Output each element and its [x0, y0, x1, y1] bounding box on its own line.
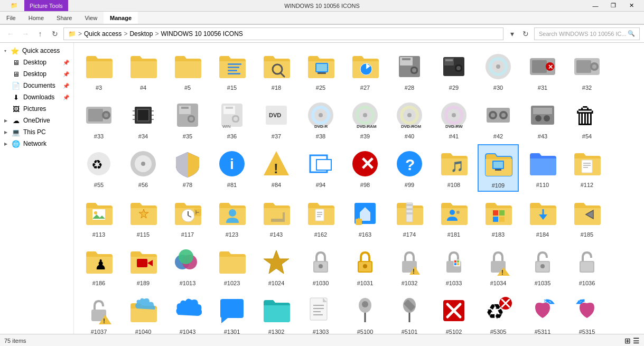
icon-item[interactable]: #1031 [344, 242, 386, 289]
icon-item[interactable]: DVD#37 [256, 96, 297, 142]
icon-item[interactable]: #110 [522, 144, 563, 192]
icon-item[interactable]: !#1034 [478, 242, 519, 289]
icon-item[interactable]: #28 [389, 47, 430, 93]
search-icon[interactable]: 🔍 [628, 30, 635, 37]
ribbon-tab-view[interactable]: View [78, 12, 104, 24]
icon-item[interactable]: #29 [433, 47, 474, 93]
path-folder[interactable]: WINDOWS 10 10056 ICONS [161, 30, 242, 38]
icon-item[interactable]: #1033 [433, 242, 474, 289]
icon-item[interactable]: #33 [78, 96, 119, 142]
icon-item[interactable]: DVD-RW#41 [433, 96, 474, 142]
icon-item[interactable]: DVD-RAM#39 [344, 96, 386, 142]
icon-item[interactable]: #4 [123, 47, 164, 93]
icon-item[interactable]: #5100 [344, 291, 386, 334]
icon-item[interactable]: 🗑#54 [566, 96, 608, 142]
ribbon-tab-share[interactable]: Share [50, 12, 78, 24]
icon-item[interactable]: !#1037 [78, 291, 119, 334]
icon-item[interactable]: ✕#98 [344, 144, 386, 192]
sidebar-quickaccess[interactable]: ▾ ⭐ Quick access [0, 45, 73, 57]
icon-item[interactable]: #78 [167, 144, 208, 192]
icon-item[interactable]: ↺#5315 [566, 291, 608, 334]
icon-item[interactable]: #123 [211, 194, 253, 240]
icon-item[interactable]: #56 [123, 144, 164, 192]
icon-item[interactable]: #115 [123, 194, 164, 240]
icon-item[interactable]: WIN#36 [211, 96, 253, 142]
icon-item[interactable]: #117 [167, 194, 208, 240]
icon-item[interactable]: #1036 [566, 242, 608, 289]
icon-item[interactable]: #32 [566, 47, 608, 93]
icon-item[interactable]: DVD-R#38 [300, 96, 341, 142]
icon-item[interactable]: #181 [433, 194, 474, 240]
icon-item[interactable]: #185 [566, 194, 608, 240]
icon-item[interactable]: ?#99 [389, 144, 430, 192]
icon-item[interactable]: !#1032 [389, 242, 430, 289]
icon-item[interactable]: #42 [478, 96, 519, 142]
icon-item[interactable]: #1043 [167, 291, 208, 334]
icon-item[interactable]: #30 [478, 47, 519, 93]
icon-item[interactable]: #1013 [167, 242, 208, 289]
icon-item[interactable]: DVD-ROM#40 [389, 96, 430, 142]
icon-item[interactable]: ♻#5305 [478, 291, 519, 334]
title-tab-quickaccess[interactable]: 📁 [4, 0, 24, 11]
icon-item[interactable]: #1030 [300, 242, 341, 289]
icon-item[interactable]: #113 [78, 194, 119, 240]
sidebar-documents[interactable]: 📄 Documents 📌 [0, 80, 73, 91]
ribbon-tab-file[interactable]: File [0, 12, 22, 24]
path-quickaccess[interactable]: Quick access [84, 30, 122, 38]
ribbon-tab-manage[interactable]: Manage [104, 12, 138, 24]
view-list-button[interactable]: ☰ [633, 336, 640, 345]
icon-item[interactable]: #34 [123, 96, 164, 142]
icon-item[interactable]: #27 [344, 47, 386, 93]
sidebar-downloads[interactable]: ⬇ Downloads 📌 [0, 91, 73, 103]
icon-item[interactable]: ♻#55 [78, 144, 119, 192]
icon-item[interactable]: #109 [478, 144, 519, 192]
title-tab-picturetools[interactable]: Picture Tools [24, 0, 68, 11]
minimize-button[interactable]: — [587, 1, 604, 11]
icon-item[interactable]: #5 [167, 47, 208, 93]
refresh-button[interactable]: ↻ [49, 27, 61, 40]
sidebar-thispc[interactable]: ▶ 💻 This PC [0, 126, 73, 138]
ribbon-tab-home[interactable]: Home [22, 12, 50, 24]
path-desktop[interactable]: Desktop [129, 30, 153, 38]
address-dropdown-button[interactable]: ▾ [506, 27, 518, 40]
sidebar-desktop1[interactable]: 🖥 Desktop 📌 [0, 57, 73, 68]
icon-item[interactable]: #174 [389, 194, 430, 240]
icon-item[interactable]: #3 [78, 47, 119, 93]
sidebar-pictures[interactable]: 🖼 Pictures [0, 103, 73, 115]
address-refresh-button[interactable]: ↻ [519, 27, 532, 40]
sidebar-network[interactable]: ▶ 🌐 Network [0, 138, 73, 149]
icon-item[interactable]: #25 [300, 47, 341, 93]
maximize-button[interactable]: ❐ [605, 1, 622, 11]
address-path[interactable]: 📁 > Quick access > Desktop > WINDOWS 10 … [63, 27, 503, 40]
icon-item[interactable]: #1023 [211, 242, 253, 289]
icon-item[interactable]: i#81 [211, 144, 253, 192]
back-button[interactable]: ← [4, 27, 17, 40]
icon-item[interactable]: #163 [344, 194, 386, 240]
icon-item[interactable]: #112 [566, 144, 608, 192]
icon-item[interactable]: 🎵#108 [433, 144, 474, 192]
sidebar-onedrive[interactable]: ▶ ☁ OneDrive [0, 115, 73, 126]
icon-item[interactable]: #5101 [389, 291, 430, 334]
icon-item[interactable]: #1301 [211, 291, 253, 334]
icon-item[interactable]: #94 [300, 144, 341, 192]
icon-item[interactable]: ✕#31 [522, 47, 563, 93]
icon-item[interactable]: #189 [123, 242, 164, 289]
search-box[interactable]: Search WINDOWS 10 10056 IC... 🔍 [534, 27, 640, 40]
icon-item[interactable]: #18 [256, 47, 297, 93]
icon-item[interactable]: #183 [478, 194, 519, 240]
icon-item[interactable]: #43 [522, 96, 563, 142]
icon-item[interactable]: #184 [522, 194, 563, 240]
icon-item[interactable]: #162 [300, 194, 341, 240]
icon-item[interactable]: !#84 [256, 144, 297, 192]
sidebar-desktop2[interactable]: 🖥 Desktop 📌 [0, 68, 73, 80]
icon-item[interactable]: #1024 [256, 242, 297, 289]
icon-item[interactable]: ♟#186 [78, 242, 119, 289]
icon-item[interactable]: #1302 [256, 291, 297, 334]
icon-item[interactable]: #1303 [300, 291, 341, 334]
forward-button[interactable]: → [19, 27, 32, 40]
close-button[interactable]: ✕ [623, 1, 640, 11]
icon-item[interactable]: #1040 [123, 291, 164, 334]
icon-item[interactable]: #143 [256, 194, 297, 240]
up-button[interactable]: ↑ [34, 27, 46, 40]
icon-item[interactable]: ↻#5311 [522, 291, 563, 334]
